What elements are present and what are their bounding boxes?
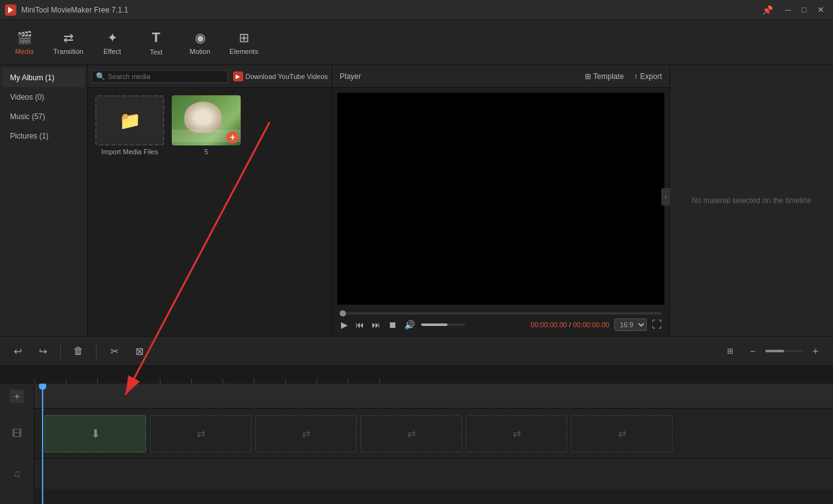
search-box: 🔍 xyxy=(92,70,228,83)
bottom-toolbar: ↩ ↪ 🗑 ✂ ⊠ ⊞ － ＋ xyxy=(0,336,833,366)
arrow-icon-6: ⇄ xyxy=(618,428,626,439)
toolbar-item-media[interactable]: 🎬 Media xyxy=(3,23,46,63)
app-icon xyxy=(5,4,16,16)
timeline-tracks: + 🎞 ♫ ⬇ xyxy=(0,384,833,504)
media-content: 📁 Import Media Files + 5 xyxy=(88,88,332,336)
track-cell-3[interactable]: ⇄ xyxy=(255,415,357,453)
toolbar-item-elements[interactable]: ⊞ Elements xyxy=(222,23,266,63)
youtube-label: Download YouTube Videos xyxy=(246,73,328,80)
timeline-ruler xyxy=(0,366,833,384)
toolbar-item-motion[interactable]: ◉ Motion xyxy=(178,23,222,63)
right-panel-collapse-handle[interactable]: › xyxy=(661,188,670,206)
content-area: My Album (1) Videos (0) Music (57) Pictu… xyxy=(0,65,833,336)
player-controls: ▶ ⏮ ⏭ ⏹ 🔊 00:00:00.00 / 00:00:00.00 16:9… xyxy=(332,310,669,336)
track-cell-6[interactable]: ⇄ xyxy=(571,415,673,453)
toolbar-label-effect: Effect xyxy=(103,48,121,55)
template-button[interactable]: ⊞ Template xyxy=(585,72,624,81)
app-title: MiniTool MovieMaker Free 7.1.1 xyxy=(21,6,762,14)
stop-button[interactable]: ⏹ xyxy=(387,318,398,331)
player-header: Player ⊞ Template ↑ Export xyxy=(332,65,669,88)
add-to-timeline-button[interactable]: + xyxy=(226,131,239,144)
sidebar: My Album (1) Videos (0) Music (57) Pictu… xyxy=(0,65,88,336)
video-track-icon: 🎞 xyxy=(12,428,22,439)
player-title: Player xyxy=(340,72,361,81)
volume-slider[interactable] xyxy=(421,323,465,326)
toolbar-item-transition[interactable]: ⇄ Transition xyxy=(46,23,90,63)
search-input[interactable] xyxy=(108,73,224,80)
text-icon: T xyxy=(152,29,160,46)
sidebar-item-pictures[interactable]: Pictures (1) xyxy=(3,127,85,145)
no-material-text: No material selected on the timeline xyxy=(692,196,812,205)
player-viewport xyxy=(337,93,664,305)
media-panel: 🔍 ▶ Download YouTube Videos 📁 Import Med… xyxy=(88,65,332,336)
effect-icon: ✦ xyxy=(107,30,118,45)
maximize-button[interactable]: □ xyxy=(797,3,812,18)
zoom-in-button[interactable]: ＋ xyxy=(805,341,825,361)
transition-icon: ⇄ xyxy=(63,30,74,45)
export-label: Export xyxy=(640,72,662,81)
crop-button[interactable]: ⊠ xyxy=(129,341,149,361)
track-cell-4[interactable]: ⇄ xyxy=(360,415,462,453)
track-cell-1[interactable]: ⬇ xyxy=(45,415,146,453)
add-track-button[interactable]: + xyxy=(10,389,24,403)
media-icon: 🎬 xyxy=(17,30,33,45)
playhead[interactable] xyxy=(42,384,43,504)
next-frame-button[interactable]: ⏭ xyxy=(370,318,382,331)
undo-button[interactable]: ↩ xyxy=(8,341,28,361)
search-icon: 🔍 xyxy=(96,72,105,81)
volume-button[interactable]: 🔊 xyxy=(403,318,416,331)
zoom-controls: ⊞ － ＋ xyxy=(720,341,825,361)
audio-track-header: ♫ xyxy=(0,459,34,489)
timeline: + 🎞 ♫ ⬇ xyxy=(0,366,833,504)
zoom-out-button[interactable]: － xyxy=(743,341,763,361)
track-cell-5[interactable]: ⇄ xyxy=(466,415,567,453)
zoom-fit-button[interactable]: ⊞ xyxy=(720,341,740,361)
minimize-button[interactable]: ─ xyxy=(780,3,795,18)
player-buttons: ▶ ⏮ ⏭ ⏹ 🔊 00:00:00.00 / 00:00:00.00 16:9… xyxy=(340,318,662,331)
arrow-icon-4: ⇄ xyxy=(407,428,416,439)
close-button[interactable]: ✕ xyxy=(813,3,828,18)
redo-button[interactable]: ↪ xyxy=(33,341,53,361)
media-toolbar: 🔍 ▶ Download YouTube Videos xyxy=(88,65,332,88)
import-thumb: 📁 xyxy=(95,95,164,145)
toolbar-separator-1 xyxy=(60,344,61,359)
audio-track-icon: ♫ xyxy=(13,468,21,480)
track-row-top xyxy=(34,384,833,409)
toolbar-label-text: Text xyxy=(150,48,162,56)
track-cell-2[interactable]: ⇄ xyxy=(150,415,251,453)
progress-thumb xyxy=(340,310,346,317)
toolbar-item-text[interactable]: T Text xyxy=(134,23,178,63)
export-button[interactable]: ↑ Export xyxy=(634,72,662,81)
win-controls: ─ □ ✕ xyxy=(780,3,828,18)
sidebar-item-music[interactable]: Music (57) xyxy=(3,107,85,126)
youtube-download-button[interactable]: ▶ Download YouTube Videos xyxy=(233,71,328,81)
zoom-slider[interactable] xyxy=(765,350,803,352)
sidebar-item-my-album[interactable]: My Album (1) xyxy=(3,68,85,87)
template-label: Template xyxy=(594,72,624,81)
player-area: Player ⊞ Template ↑ Export ▶ ⏮ ⏭ xyxy=(332,65,670,336)
export-icon: ↑ xyxy=(634,72,637,81)
toolbar-separator-2 xyxy=(96,344,97,359)
prev-frame-button[interactable]: ⏮ xyxy=(354,318,365,331)
play-button[interactable]: ▶ xyxy=(340,318,349,331)
dog-video-label: 5 xyxy=(204,148,208,155)
sidebar-item-videos[interactable]: Videos (0) xyxy=(3,88,85,107)
timeline-header xyxy=(0,366,833,384)
player-header-right: ⊞ Template ↑ Export xyxy=(585,72,662,81)
toolbar-item-effect[interactable]: ✦ Effect xyxy=(90,23,134,63)
progress-bar[interactable] xyxy=(340,312,662,315)
elements-icon: ⊞ xyxy=(239,30,249,45)
import-media-item[interactable]: 📁 Import Media Files xyxy=(95,95,164,155)
arrow-icon-3: ⇄ xyxy=(302,428,310,439)
right-panel: › No material selected on the timeline xyxy=(670,65,833,336)
template-icon: ⊞ xyxy=(585,72,591,81)
dog-video-item[interactable]: + 5 xyxy=(172,95,241,155)
import-label: Import Media Files xyxy=(102,148,158,155)
delete-button[interactable]: 🗑 xyxy=(68,341,88,361)
fullscreen-button[interactable]: ⛶ xyxy=(652,319,662,330)
add-track-header: + xyxy=(0,384,34,409)
cut-button[interactable]: ✂ xyxy=(104,341,124,361)
track-headers: + 🎞 ♫ xyxy=(0,384,34,504)
ratio-select[interactable]: 16:9 4:3 1:1 xyxy=(614,318,647,331)
youtube-icon: ▶ xyxy=(233,71,243,81)
